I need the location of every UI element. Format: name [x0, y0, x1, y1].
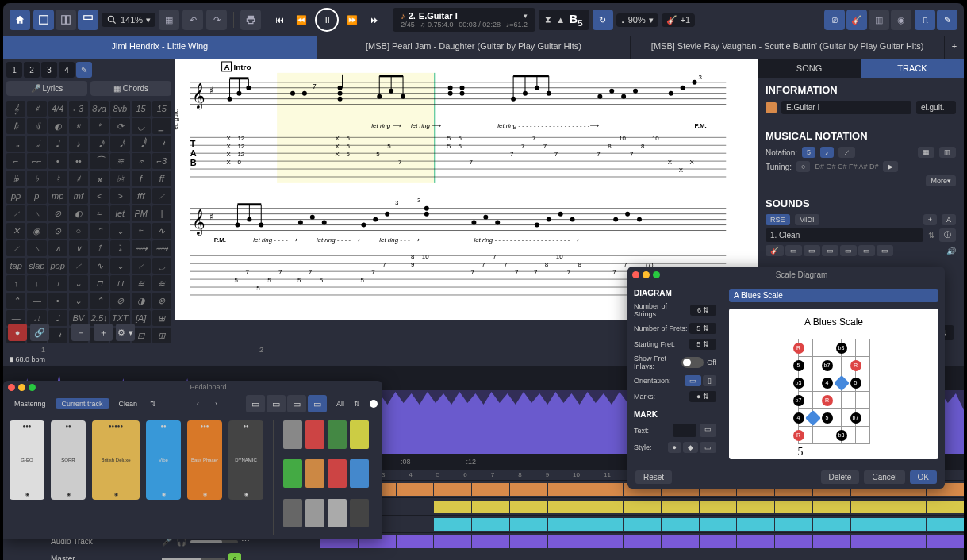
symbol-treble-clef[interactable]: 𝄞	[6, 101, 25, 117]
symbol[interactable]: ⌄	[69, 293, 88, 309]
lib-pedal[interactable]	[283, 499, 302, 527]
num-strings-input[interactable]: 6 ⇅	[690, 305, 716, 316]
loop-button[interactable]: ↻	[593, 10, 613, 30]
dialog-close-button[interactable]	[632, 271, 639, 278]
layout-3-button[interactable]	[78, 10, 98, 30]
symbol[interactable]: —	[27, 293, 46, 309]
symbol-sharp2[interactable]: ♯	[69, 171, 88, 186]
pb-nav-next[interactable]: ›	[209, 398, 224, 409]
symbol-15ma[interactable]: 15	[132, 101, 151, 117]
mark-text-input[interactable]	[673, 424, 696, 437]
symbol-triplet[interactable]: ⌐3	[69, 101, 88, 117]
notation-opt2[interactable]: ▥	[939, 147, 956, 158]
symbol-cresc[interactable]: <	[90, 188, 109, 204]
home-button[interactable]	[10, 10, 30, 30]
layout-1-button[interactable]	[33, 10, 54, 30]
orient-h[interactable]: ▭	[685, 375, 701, 386]
style-3[interactable]: ▭	[700, 442, 716, 453]
midi-button[interactable]: MIDI	[795, 214, 819, 225]
pedal-geq[interactable]: ●●●G-EQ◉	[10, 420, 44, 500]
symbol-rest[interactable]: 𝄽	[152, 136, 171, 152]
fx-3[interactable]: ▭	[804, 245, 820, 256]
tab-document-0[interactable]: Jimi Hendrix - Little Wing	[3, 36, 317, 59]
tab-document-2[interactable]: [MSB] Stevie Ray Vaughan - Scuttle Butti…	[631, 36, 945, 59]
symbol-timesig[interactable]: 4/4	[48, 101, 67, 117]
palette-page-1[interactable]: 1	[6, 62, 22, 78]
symbol[interactable]: ⌐3	[152, 153, 171, 169]
zoom-control[interactable]: 141% ▾	[102, 13, 155, 27]
symbol-half[interactable]: 𝅗𝅥	[27, 136, 46, 152]
tab-song[interactable]: SONG	[758, 59, 861, 78]
symbol[interactable]: ⎯	[152, 118, 171, 134]
play-pause-button[interactable]: ⏸	[315, 8, 339, 32]
pedal-dynamic[interactable]: ●●DYNAMIC◉	[228, 420, 263, 500]
lib-pedal[interactable]	[350, 420, 369, 449]
rewind-button[interactable]: ⏪	[293, 11, 310, 29]
symbol[interactable]: ◡	[132, 118, 151, 134]
notation-standard-btn[interactable]: ♪	[820, 147, 834, 158]
symbol[interactable]: ⟋	[132, 258, 151, 274]
symbol-p[interactable]: p	[27, 188, 46, 204]
track-short-input[interactable]	[916, 101, 956, 114]
symbol-32nd[interactable]: 𝅘𝅥𝅰	[110, 136, 129, 152]
zoom-in-button[interactable]: ＋	[94, 324, 113, 341]
fx-7[interactable]: ▭	[877, 245, 893, 256]
panel-fretboard-button[interactable]: 🎸	[846, 10, 867, 30]
style-1[interactable]: ●	[668, 442, 681, 453]
symbol-quarter[interactable]: ♩	[48, 136, 67, 152]
symbol-whole[interactable]: 𝅝	[6, 136, 25, 152]
symbol[interactable]: ⟋	[69, 258, 88, 274]
chords-button[interactable]: ▦ Chords	[90, 81, 171, 96]
start-fret-input[interactable]: 5 ⇅	[689, 339, 716, 350]
sound-preset-select[interactable]	[766, 228, 923, 242]
pb-nav-prev[interactable]: ‹	[190, 398, 205, 409]
pedal-british[interactable]: ●●●●●British Deluxe◉	[92, 420, 140, 500]
pedal-phaser[interactable]: ●●●Bass Phaser◉	[187, 420, 222, 500]
lib-pedal[interactable]	[305, 420, 324, 449]
btn-link[interactable]: 🔗	[30, 324, 49, 341]
symbol-flat[interactable]: ♭	[27, 171, 46, 186]
scale-search-input[interactable]	[729, 289, 938, 302]
panel-edit-button[interactable]: ✎	[937, 10, 957, 30]
symbol[interactable]: ⟳	[110, 118, 129, 134]
symbol[interactable]: ♩	[48, 310, 67, 326]
symbol[interactable]: ◡	[152, 258, 171, 274]
symbol[interactable]: ✕	[6, 223, 25, 239]
lyrics-button[interactable]: 🎤 Lyrics	[6, 81, 87, 96]
pb-filter-all[interactable]: All	[330, 398, 351, 409]
redo-button[interactable]: ↷	[206, 10, 227, 30]
layout-2-button[interactable]	[56, 10, 76, 30]
zoom-out-button[interactable]: －	[71, 324, 90, 341]
symbol-natural[interactable]: ♮	[48, 171, 67, 186]
symbol[interactable]: ≈	[132, 223, 151, 239]
symbol[interactable]: ≋	[110, 153, 129, 169]
notation-slash-btn[interactable]: ⟋	[838, 147, 855, 158]
symbol[interactable]: ⌄	[69, 275, 88, 291]
symbol[interactable]: ∿	[152, 223, 171, 239]
symbol[interactable]: ↑	[6, 275, 25, 291]
symbol[interactable]: ≈	[90, 205, 109, 221]
symbol[interactable]: ⟍	[27, 205, 46, 221]
symbol-tap[interactable]: tap	[6, 258, 25, 274]
track-display[interactable]: ♪ 2. E.Guitar I ▾ 2/45 ♫ 0.75:4.0 00:03 …	[393, 8, 535, 32]
symbol-segno[interactable]: 𝄋	[69, 118, 88, 134]
sound-a-button[interactable]: A	[942, 214, 956, 225]
symbol-16th[interactable]: 𝅘𝅥𝅯	[90, 136, 109, 152]
symbol[interactable]: ◐	[69, 205, 88, 221]
reset-button[interactable]: Reset	[635, 470, 672, 484]
tab-track[interactable]: TRACK	[861, 59, 964, 78]
symbol-double-sharp[interactable]: 𝄪	[90, 171, 109, 186]
dialog-minimize-button[interactable]	[643, 271, 650, 278]
symbol[interactable]: ◑	[132, 293, 151, 309]
lib-pedal[interactable]	[328, 459, 347, 488]
symbol-64th[interactable]: 𝅘𝅥𝅱	[132, 136, 151, 152]
skip-start-button[interactable]: ⏮	[271, 11, 288, 29]
symbol-coda[interactable]: 𝄌	[90, 118, 109, 134]
more-button[interactable]: More▾	[926, 175, 956, 186]
marks-select[interactable]: ● ⇅	[689, 391, 716, 402]
add-sound-button[interactable]: +	[923, 214, 937, 225]
symbol-da-capo[interactable]: ◐	[48, 118, 67, 134]
symbol-15mb[interactable]: 15	[152, 101, 171, 117]
symbol[interactable]: ⟋	[152, 188, 171, 204]
symbol[interactable]: ♭♮	[110, 171, 129, 186]
